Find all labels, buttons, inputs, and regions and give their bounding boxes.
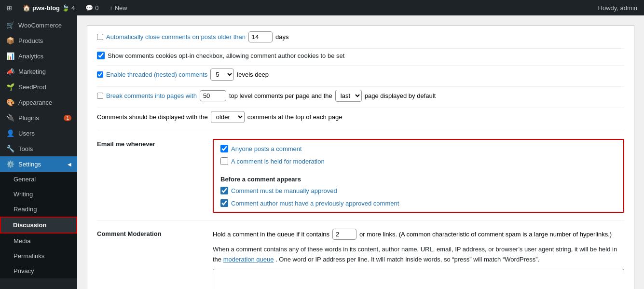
manually-approved-checkbox[interactable] [220, 187, 228, 194]
cookies-checkbox-row: Show comments cookies opt-in checkbox, a… [97, 52, 624, 59]
marketing-icon: 📣 [6, 68, 14, 75]
moderation-links-input[interactable] [332, 229, 356, 240]
howdy-bar[interactable]: Howdy, admin [595, 0, 640, 15]
held-moderation-label: A comment is held for moderation [231, 158, 325, 165]
submenu-label-reading: Reading [14, 206, 37, 213]
break-pages-count-input[interactable] [200, 90, 226, 101]
prev-approved-checkbox[interactable] [220, 199, 228, 207]
submenu-item-media[interactable]: Media [0, 234, 77, 248]
prev-approved-label: Comment author must have a previously ap… [231, 200, 399, 207]
submenu-item-permalinks[interactable]: Permalinks [0, 248, 77, 263]
sidebar-item-tools[interactable]: 🔧 Tools [0, 141, 77, 156]
break-pages-row: Break comments into pages with top level… [97, 87, 624, 108]
sidebar-label-woocommerce: WooCommerce [18, 22, 62, 29]
settings-submenu: General Writing Reading Discussion Media… [0, 172, 77, 278]
site-name: pws-blog [32, 4, 60, 12]
display-order-row: Comments should be displayed with the ol… [97, 108, 624, 131]
break-pages-suffix: page displayed by default [365, 92, 436, 99]
sidebar-item-products[interactable]: 📦 Products [0, 33, 77, 48]
display-order-content: Comments should be displayed with the ol… [97, 111, 624, 123]
display-order-select[interactable]: oldernewer [211, 111, 245, 123]
main-layout: 🛒 WooCommerce 📦 Products 📊 Analytics 📣 M… [0, 15, 644, 289]
threaded-levels-unit: levels deep [237, 71, 269, 78]
manually-approved-row: Comment must be manually approved [220, 187, 617, 194]
manually-approved-label: Comment must be manually approved [231, 187, 337, 194]
sidebar-item-marketing[interactable]: 📣 Marketing [0, 64, 77, 79]
sidebar: 🛒 WooCommerce 📦 Products 📊 Analytics 📣 M… [0, 15, 77, 289]
auto-close-row: Automatically close comments on posts ol… [97, 26, 624, 49]
break-pages-checkbox[interactable] [97, 93, 103, 99]
submenu-item-reading[interactable]: Reading [0, 202, 77, 217]
cookies-checkbox[interactable] [97, 52, 105, 59]
moderation-desc-end: . One word or IP address per line. It wi… [275, 256, 539, 263]
sidebar-item-analytics[interactable]: 📊 Analytics [0, 48, 77, 64]
auto-close-checkbox[interactable] [97, 34, 103, 40]
settings-arrow: ◀ [68, 162, 71, 167]
threaded-checkbox[interactable] [97, 71, 103, 78]
threaded-comments-row: Enable threaded (nested) comments 5 1234… [97, 66, 624, 87]
comments-bar[interactable]: 💬 0 [82, 0, 101, 15]
threaded-form-row: Enable threaded (nested) comments 5 1234… [97, 69, 624, 81]
sidebar-item-settings[interactable]: ⚙️ Settings ◀ [0, 156, 77, 172]
display-order-suffix: comments at the top of each page [247, 113, 343, 121]
moderation-queue-link[interactable]: moderation queue [223, 256, 274, 263]
sidebar-item-seedprod[interactable]: 🌱 SeedProd [0, 79, 77, 95]
sidebar-item-plugins[interactable]: 🔌 Plugins 1 [0, 110, 77, 125]
email-section-wrapper: Email me whenever Anyone posts a comment… [97, 139, 624, 213]
submenu-label-privacy: Privacy [14, 267, 34, 275]
sidebar-item-appearance[interactable]: 🎨 Appearance [0, 95, 77, 110]
sidebar-item-woocommerce[interactable]: 🛒 WooCommerce [0, 17, 77, 33]
settings-icon: ⚙️ [6, 160, 14, 168]
cookies-row: Show comments cookies opt-in checkbox, a… [97, 49, 624, 66]
sidebar-label-settings: Settings [18, 161, 41, 168]
threaded-label: Enable threaded (nested) comments [106, 71, 207, 78]
new-content-bar[interactable]: + New [107, 0, 130, 15]
sidebar-label-analytics: Analytics [18, 53, 43, 60]
moderation-section: Comment Moderation Hold a comment in the… [97, 220, 624, 289]
wp-logo[interactable]: ⊞ [4, 0, 15, 15]
email-label: Email me whenever [97, 139, 203, 213]
display-order-prefix: Comments should be displayed with the [97, 113, 208, 121]
sidebar-label-marketing: Marketing [18, 68, 46, 75]
moderation-links-row: Hold a comment in the queue if it contai… [213, 229, 624, 240]
anyone-posts-checkbox[interactable] [220, 145, 228, 152]
auto-close-days-input[interactable] [248, 31, 273, 42]
comment-icon: 💬 [85, 4, 93, 12]
submenu-label-general: General [14, 176, 36, 183]
sidebar-item-users[interactable]: 👤 Users [0, 125, 77, 141]
seedprod-icon: 🌱 [6, 83, 14, 91]
cookies-label: Show comments cookies opt-in checkbox, a… [108, 52, 344, 59]
home-icon: 🏠 [23, 4, 30, 12]
moderation-hold-text: Hold a comment in the queue if it contai… [213, 231, 329, 238]
wp-icon: ⊞ [7, 4, 12, 12]
email-before-section: Email me whenever Anyone posts a comment… [97, 131, 624, 220]
leaf-icon: 🍃 [62, 4, 69, 12]
moderation-links-suffix: or more links. (A common characteristic … [359, 231, 612, 238]
products-icon: 📦 [6, 37, 14, 44]
threaded-levels-select[interactable]: 5 1234678910 [210, 69, 234, 81]
submenu-item-discussion[interactable]: Discussion [0, 217, 77, 234]
admin-bar: ⊞ 🏠 pws-blog 🍃 4 💬 0 + New Howdy, admin [0, 0, 644, 15]
threaded-comments-content: Enable threaded (nested) comments 5 1234… [97, 69, 624, 81]
sidebar-label-plugins: Plugins [18, 114, 39, 122]
auto-close-label: Automatically close comments on posts ol… [106, 33, 246, 41]
woocommerce-icon: 🛒 [6, 21, 14, 29]
site-name-bar[interactable]: 🏠 pws-blog 🍃 4 [20, 0, 78, 15]
submenu-item-writing[interactable]: Writing [0, 187, 77, 202]
moderation-textarea[interactable] [213, 269, 624, 289]
moderation-label: Comment Moderation [97, 229, 203, 289]
sidebar-label-tools: Tools [18, 145, 33, 152]
cookies-content: Show comments cookies opt-in checkbox, a… [97, 52, 624, 59]
auto-close-days-unit: days [275, 33, 288, 41]
held-moderation-checkbox[interactable] [220, 157, 228, 165]
settings-form: Automatically close comments on posts ol… [87, 25, 634, 289]
analytics-icon: 📊 [6, 52, 14, 60]
submenu-item-privacy[interactable]: Privacy [0, 263, 77, 278]
leaves-count: 4 [71, 4, 75, 12]
submenu-label-media: Media [14, 237, 30, 245]
auto-close-content: Automatically close comments on posts ol… [97, 31, 624, 42]
break-pages-order-select[interactable]: lastfirst [335, 90, 362, 102]
display-order-form-row: Comments should be displayed with the ol… [97, 111, 624, 123]
submenu-item-general[interactable]: General [0, 172, 77, 187]
auto-close-form-row: Automatically close comments on posts ol… [97, 31, 624, 42]
